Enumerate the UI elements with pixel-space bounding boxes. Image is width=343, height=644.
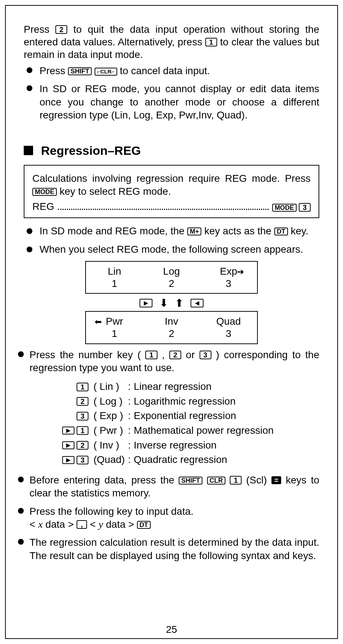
key-dt: DT [274,228,288,235]
square-bullet-icon [24,146,33,155]
key-comma: , [77,520,87,529]
text: to cancel data input. [117,65,210,76]
abbr: (Quad) [88,452,125,467]
text: key to select REG mode. [57,186,171,197]
key-1: 1 [77,426,88,435]
nav-arrow-row: ▶ ⬇ ⬆ ◀ [85,294,258,311]
arrow-left-icon: ⬅ [95,317,102,327]
list-item: When you select REG mode, the following … [24,243,319,256]
key-1: 1 [145,351,157,359]
intro-paragraph: Press 2 to quit the data input operation… [24,23,319,61]
key-2: 2 [169,351,181,359]
text: Press the following key to input data. [29,506,193,517]
key-3: 3 [77,412,88,420]
text: Press [40,65,68,76]
key-2: 2 [77,397,88,406]
abbr: ( Inv ) [88,438,125,453]
screen-option: Exp [200,265,257,278]
colon: : [125,394,134,409]
var-y: y [99,519,103,530]
key-3: 3 [200,351,211,359]
table-row: ▶2 ( Inv ) : Inverse regression [49,438,319,453]
screen-num: 1 [86,278,143,290]
desc: Linear regression [134,379,319,394]
key-dt: DT [137,521,151,529]
text: REG [32,201,54,212]
section-title: Regression–REG [41,144,141,158]
table-row: 1 ( Lin ) : Linear regression [49,379,319,394]
text: Before entering data, press the [29,474,179,486]
var-x: x [38,519,42,530]
list-item: Before entering data, press the SHIFT CL… [15,474,319,500]
list-item: The regression calculation result is det… [15,536,319,562]
key-2: 2 [55,25,67,34]
text: In SD mode and REG mode, the [40,225,187,237]
key-shift: SHIFT [179,477,202,485]
screen-1: Lin Log Exp 1 2 3 ➔ [85,261,258,294]
table-row: ▶3 (Quad) : Quadratic regression [49,452,319,467]
down-arrow-icon: ⬇ [159,300,168,307]
abbr: ( Exp ) [88,409,125,423]
text: data > [103,519,137,530]
text: In SD or REG mode, you cannot display or… [40,83,319,121]
desc: Inverse regression [134,438,319,453]
table-row: 2 ( Log ) : Logarithmic regression [49,394,319,409]
text: , [157,349,169,360]
key-3: 3 [77,456,88,464]
table-row: ▶1 ( Pwr ) : Mathematical power regressi… [49,423,319,438]
leader-dots [58,204,269,210]
text: or [181,349,200,360]
desc: Mathematical power regression [134,423,319,438]
desc: Quadratic regression [134,452,319,467]
list-item: Press the number key ( 1 , 2 or 3 ) corr… [15,348,319,375]
abbr: ( Lin ) [88,379,125,394]
up-arrow-icon: ⬆ [175,300,184,307]
bullet-list-4: Before entering data, press the SHIFT CL… [15,474,319,562]
screen-2: Pwr Inv Quad 1 2 3 ⬅ [85,311,258,344]
screen-option: Inv [143,315,200,328]
key-shift: SHIFT [68,67,92,75]
bullet-list-1: Press SHIFT ⌐CLR⌐ to cancel data input. … [24,64,319,122]
list-item: Press the following key to input data. <… [15,505,319,531]
screen-group: Lin Log Exp 1 2 3 ➔ ▶ ⬇ ⬆ ◀ Pwr Inv Quad [85,261,258,344]
key-mode: MODE [32,188,57,196]
abbr: ( Pwr ) [88,423,125,438]
colon: : [125,379,134,394]
text: key acts as the [201,225,274,237]
key-right-arrow: ▶ [140,299,152,307]
key-mode: MODE [272,204,297,212]
arrow-right-icon: ➔ [237,267,244,277]
key-2: 2 [77,441,88,450]
screen-num: 1 [86,328,143,340]
section-heading: Regression–REG [24,144,319,158]
text: Calculations involving regression requir… [32,173,311,184]
desc: Exponential regression [134,409,319,423]
key-clr: CLR [207,477,225,485]
text: (Scl) [242,474,271,486]
text: When you select REG mode, the following … [40,244,303,255]
key-left-arrow: ◀ [191,299,203,307]
text: Press [24,24,55,35]
info-box: Calculations involving regression requir… [24,165,319,219]
text: Press the number key ( [29,349,145,360]
list-item: In SD mode and REG mode, the M+ key acts… [24,225,319,238]
list-item: Press SHIFT ⌐CLR⌐ to cancel data input. [24,64,319,77]
key-mplus: M+ [187,228,202,235]
screen-num: 3 [200,328,257,340]
key-1: 1 [205,38,217,46]
key-1: 1 [77,383,88,391]
colon: : [125,438,134,453]
bullet-list-2: In SD mode and REG mode, the M+ key acts… [24,225,319,256]
infobox-paragraph: Calculations involving regression requir… [32,172,311,198]
colon: : [125,452,134,467]
colon: : [125,409,134,423]
list-item: In SD or REG mode, you cannot display or… [24,82,319,122]
key-1: 1 [230,476,242,485]
key-right-arrow: ▶ [62,441,74,449]
text: key. [288,225,308,237]
bullet-list-3: Press the number key ( 1 , 2 or 3 ) corr… [15,348,319,375]
colon: : [125,423,134,438]
desc: Logarithmic regression [134,394,319,409]
text: < [29,519,38,530]
text: < [87,519,99,530]
